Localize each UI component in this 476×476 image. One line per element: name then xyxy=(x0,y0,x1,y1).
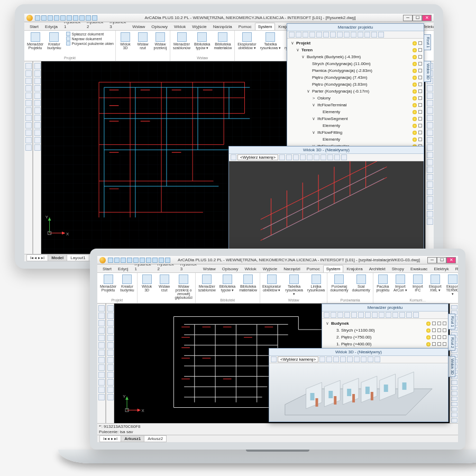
tool-button[interactable] xyxy=(98,379,105,386)
window-controls[interactable]: ─ ☐ ✕ xyxy=(403,15,432,21)
color-swatch[interactable] xyxy=(418,117,422,121)
tree-row[interactable]: Strych (Kondygnacja) (11.00m) xyxy=(289,60,422,67)
bulb-icon[interactable] xyxy=(413,138,417,142)
panel-tool-button[interactable] xyxy=(379,312,385,318)
tool-button[interactable] xyxy=(427,167,433,173)
qat-button[interactable] xyxy=(48,15,53,21)
tool-button[interactable] xyxy=(427,107,433,114)
tool-button[interactable] xyxy=(451,380,457,385)
tree-row[interactable]: ∨Teren xyxy=(289,47,422,53)
side-tab[interactable]: Rzut 1 xyxy=(424,34,431,50)
tool-button[interactable] xyxy=(98,313,105,319)
tree-row[interactable]: Piętro (Kondygnacja) (7.43m) xyxy=(289,74,422,81)
ribbon-tab[interactable]: Narzędzi xyxy=(280,265,304,272)
ribbon-tab[interactable]: Edycj xyxy=(115,265,132,272)
tool-button[interactable] xyxy=(107,387,114,393)
tab-sheet[interactable]: Arkusz2 xyxy=(144,435,167,442)
qat-button[interactable] xyxy=(121,258,126,263)
ribbon-button[interactable]: Wstawrzut xyxy=(157,274,172,300)
expand-icon[interactable]: ∨ xyxy=(312,130,316,135)
tool-button[interactable] xyxy=(34,63,41,69)
qat-button[interactable] xyxy=(79,15,85,21)
tool-button[interactable] xyxy=(107,357,114,363)
maximize-button[interactable]: ☐ xyxy=(437,257,446,263)
color-swatch[interactable] xyxy=(432,328,436,332)
tool-button[interactable] xyxy=(34,144,41,151)
panel-tool-button[interactable] xyxy=(289,32,295,38)
color-swatch[interactable] xyxy=(418,103,422,107)
camera-select[interactable]: <Wybierz kamerę> xyxy=(237,154,278,160)
ribbon-button[interactable]: EksportTERMO ▾ xyxy=(445,274,458,296)
panel-tool-button[interactable] xyxy=(337,32,343,38)
qat-button[interactable] xyxy=(146,258,151,263)
color-swatch[interactable] xyxy=(443,328,446,332)
qat-button[interactable] xyxy=(41,15,47,21)
tree-row[interactable]: Elementy xyxy=(289,122,422,129)
tool-button[interactable] xyxy=(25,85,32,91)
sub-titlebar[interactable]: Widok 3D - (Nieaktywny) xyxy=(229,147,424,154)
tool-button[interactable] xyxy=(98,364,105,371)
close-button[interactable]: ✕ xyxy=(422,15,432,21)
ribbon-button[interactable]: MenadżerProjektu xyxy=(26,32,44,50)
ribbon-button[interactable]: Menadżerszablonów xyxy=(172,32,191,50)
bulb-icon[interactable] xyxy=(413,83,417,87)
panel-tool-button[interactable] xyxy=(331,312,336,318)
panel-tool-button[interactable] xyxy=(303,32,308,38)
ribbon-tabs[interactable]: StartEdycjRysunek 1Rysunek 2Rysunek 3Wst… xyxy=(97,264,458,273)
ribbon-button[interactable]: Wstawrzut xyxy=(135,32,151,50)
expand-icon[interactable]: ∨ xyxy=(312,116,316,121)
tool-button[interactable] xyxy=(427,196,433,203)
expand-icon[interactable]: ∨ xyxy=(296,48,300,52)
tool-button[interactable] xyxy=(107,379,114,386)
tool-button[interactable] xyxy=(427,218,433,225)
panel-tool-button[interactable] xyxy=(372,312,378,318)
tree-row[interactable]: >Osłony xyxy=(289,95,422,102)
view-3d-canvas[interactable] xyxy=(229,161,424,251)
tool-button[interactable] xyxy=(34,85,41,91)
qat-button[interactable] xyxy=(114,258,120,263)
tab-nav[interactable]: I◂ ◂ ▸ ▸I xyxy=(26,254,48,261)
tool-button[interactable] xyxy=(34,78,41,84)
ribbon-button[interactable]: Linijkarysunkowa xyxy=(307,274,326,296)
color-swatch[interactable] xyxy=(418,110,422,114)
bulb-icon[interactable] xyxy=(413,110,417,114)
qat-button[interactable] xyxy=(67,15,72,21)
qat-button[interactable] xyxy=(92,15,97,21)
tool-button[interactable] xyxy=(451,305,457,309)
ribbon-button[interactable]: ImportArCon ▾ xyxy=(392,274,408,296)
tool-button[interactable] xyxy=(427,144,433,151)
panel-tool-button[interactable] xyxy=(351,312,357,318)
ribbon-tab[interactable]: System xyxy=(255,23,276,30)
panel-tool-button[interactable] xyxy=(399,312,405,318)
bulb-icon[interactable] xyxy=(426,328,431,333)
ribbon-tab[interactable]: Start xyxy=(99,265,115,272)
tree-row[interactable]: ∨Budynek (Budynek) (-4.39m) xyxy=(289,53,422,60)
qat-button[interactable] xyxy=(73,15,78,21)
color-swatch[interactable] xyxy=(418,76,422,79)
tool-button[interactable] xyxy=(98,327,105,334)
expand-icon[interactable]: ∨ xyxy=(312,103,316,107)
tool-button[interactable] xyxy=(427,189,433,195)
ribbon-button[interactable]: Bibliotekatypów ▾ xyxy=(193,32,211,50)
ribbon-tab[interactable]: Elektryk xyxy=(431,265,452,272)
panel-tool-button[interactable] xyxy=(330,32,336,38)
tool-button[interactable] xyxy=(451,386,457,390)
command-prompt[interactable]: Polecenie: isa sav xyxy=(99,429,456,435)
tool-button[interactable] xyxy=(25,122,32,129)
ribbon-button[interactable]: Eksploratorobiektów ▾ xyxy=(262,274,281,296)
ribbon-button[interactable]: Eksploratorobiektów ▾ xyxy=(236,32,257,50)
tree-row[interactable]: Piętro (Kondygnacja) (3.83m) xyxy=(289,81,422,88)
command-line[interactable]: *': 913213A370C60F8 Polecenie: isa sav xyxy=(97,423,458,435)
ribbon-tab[interactable]: Wstaw xyxy=(200,265,219,272)
tool-button[interactable] xyxy=(34,70,41,77)
side-tab[interactable]: Widok 3D xyxy=(448,356,455,377)
tool-button[interactable] xyxy=(427,122,433,129)
ribbon-tab[interactable]: Edycja xyxy=(42,23,61,30)
tool-button[interactable] xyxy=(451,407,457,411)
ribbon-tab[interactable]: Stropy xyxy=(389,265,407,272)
color-swatch[interactable] xyxy=(437,342,441,346)
panel-tool-button[interactable] xyxy=(406,312,412,318)
ribbon-button[interactable]: Bibliotekamateriałów xyxy=(213,32,233,50)
color-swatch[interactable] xyxy=(418,55,422,59)
tool-button[interactable] xyxy=(34,130,41,136)
